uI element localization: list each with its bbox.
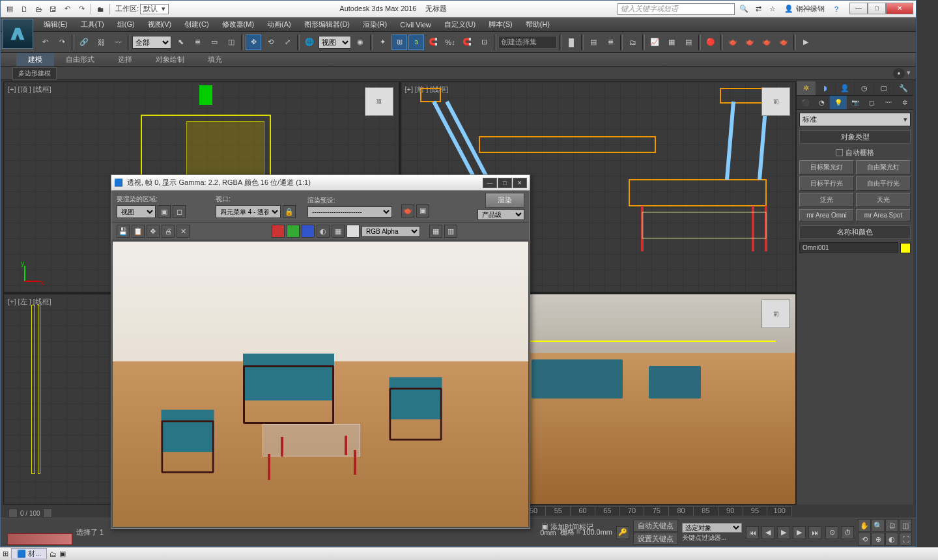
render-production[interactable]: 🫖	[759, 35, 775, 50]
render-last[interactable]: ▶	[798, 35, 814, 50]
project-icon[interactable]: 🖿	[94, 3, 107, 15]
render-titlebar[interactable]: 🟦 透视, 帧 0, 显示 Gamma: 2.2, RGBA 颜色 16 位/通…	[111, 175, 530, 191]
menu-item[interactable]: 图形编辑器(D)	[298, 20, 356, 29]
blue-channel-icon[interactable]	[302, 225, 315, 238]
save-icon[interactable]: 🖫	[46, 3, 59, 15]
scale-button[interactable]: ⤢	[279, 35, 295, 50]
taskbar-explorer-icon[interactable]: 🗂	[50, 550, 57, 558]
menu-item[interactable]: 工具(T)	[74, 20, 111, 29]
utilities-tab[interactable]: 🔧	[894, 81, 913, 95]
layer-explorer[interactable]: 🗂	[625, 35, 640, 50]
lock-viewport-icon[interactable]: 🔒	[283, 205, 296, 218]
snap-toggle[interactable]: ⊞	[391, 35, 407, 50]
orbit-icon[interactable]: ⟲	[858, 533, 871, 546]
autokey-button[interactable]: 自动关键点	[633, 520, 678, 532]
ribbon-chevron-icon[interactable]: ▾	[907, 68, 911, 79]
object-name-input[interactable]	[799, 242, 898, 253]
name-color-rollout[interactable]: 名称和颜色	[799, 225, 911, 239]
add-time-tag[interactable]: ▣ 添加时间标记	[541, 522, 593, 532]
light-type-button[interactable]: 目标平行光	[799, 176, 854, 191]
next-key-icon[interactable]: ▶	[793, 526, 806, 539]
prev-key-icon[interactable]: ◀	[761, 526, 775, 539]
dolly-icon[interactable]: ⊕	[872, 533, 885, 546]
zoom-icon[interactable]: 🔍	[872, 519, 885, 532]
play-icon[interactable]: ▶	[777, 526, 790, 539]
rotate-button[interactable]: ⟲	[263, 35, 278, 50]
redo-icon[interactable]: ↷	[75, 3, 88, 15]
ribbon-tab[interactable]: 选择	[106, 53, 144, 66]
roll-icon[interactable]: ◐	[885, 533, 898, 546]
app-logo[interactable]	[2, 19, 33, 49]
env-icon[interactable]: ▣	[416, 204, 429, 217]
render-region-combo[interactable]: 视图	[117, 205, 156, 218]
goto-start-icon[interactable]: ⏮	[746, 526, 759, 539]
maximize-button[interactable]: □	[868, 3, 886, 14]
unlink-button[interactable]: ⛓	[93, 35, 109, 50]
alpha-channel-icon[interactable]: ◐	[317, 225, 330, 238]
motion-tab[interactable]: ◷	[855, 81, 874, 95]
next-frame-icon[interactable]	[43, 509, 52, 518]
ribbon-tab[interactable]: 自由形式	[54, 53, 106, 66]
manipulate-button[interactable]: ✦	[375, 35, 390, 50]
ribbon-tab[interactable]: 建模	[16, 53, 54, 66]
key-icon[interactable]: 🔑	[616, 526, 629, 539]
spinner-snap[interactable]: %↕	[442, 35, 458, 50]
channel-combo[interactable]: RGB Alpha	[362, 226, 420, 237]
open-icon[interactable]: 🗁	[32, 3, 45, 15]
light-type-button[interactable]: 目标聚光灯	[799, 160, 854, 175]
green-channel-icon[interactable]	[287, 225, 300, 238]
modify-tab[interactable]: ◗	[816, 81, 836, 95]
render-close-button[interactable]: ✕	[513, 178, 527, 188]
link-button[interactable]: 🔗	[76, 35, 92, 50]
menu-item[interactable]: 自定义(U)	[438, 20, 482, 29]
window-crossing-button[interactable]: ◫	[223, 35, 239, 50]
helpers-cat[interactable]: ◻	[863, 96, 880, 109]
light-type-button[interactable]: mr Area Spot	[856, 209, 911, 221]
material-editor[interactable]: 🔴	[703, 35, 718, 50]
object-color-swatch[interactable]	[900, 243, 911, 253]
render-viewport-combo[interactable]: 四元菜单 4 - 透视	[216, 205, 281, 218]
render-max-button[interactable]: □	[498, 178, 512, 188]
menu-item[interactable]: 渲染(R)	[356, 20, 393, 29]
ribbon-toggle-icon[interactable]: ●	[893, 68, 905, 79]
key-filter-button[interactable]: 关键点过滤器...	[682, 533, 726, 542]
zoom-extents-icon[interactable]: ⊡	[885, 519, 898, 532]
hierarchy-tab[interactable]: 👤	[836, 81, 855, 95]
angle-snap[interactable]: 3	[408, 35, 424, 50]
menu-item[interactable]: 动画(A)	[261, 20, 298, 29]
systems-cat[interactable]: ✲	[896, 96, 913, 109]
menu-item[interactable]: 创建(C)	[178, 20, 215, 29]
save-image-icon[interactable]: 💾	[117, 225, 130, 238]
layers-button[interactable]: ≣	[603, 35, 618, 50]
goto-end-icon[interactable]: ⏭	[808, 526, 821, 539]
print-image-icon[interactable]: 🖨	[162, 225, 175, 238]
ref-coord-combo[interactable]: 视图	[319, 36, 351, 49]
swatch-icon[interactable]	[347, 225, 360, 238]
taskbar-app-icon[interactable]: ▣	[59, 550, 66, 558]
dope-sheet[interactable]: ▦	[664, 35, 679, 50]
curve-editor[interactable]: 📈	[647, 35, 662, 50]
pivot-button[interactable]: ◉	[352, 35, 368, 50]
search-input[interactable]: 键入关键字或短语	[618, 3, 735, 15]
menu-item[interactable]: 编辑(E)	[37, 20, 74, 29]
mirror-button[interactable]: ▐▌	[563, 35, 579, 50]
render-iterative[interactable]: 🫖	[776, 35, 791, 50]
exchange-icon[interactable]: ⇄	[752, 3, 765, 15]
rect-select-button[interactable]: ▭	[206, 35, 222, 50]
spacewarps-cat[interactable]: 〰	[880, 96, 897, 109]
key-target-combo[interactable]: 选定对象	[682, 523, 742, 533]
region-edit-icon[interactable]: ▣	[158, 205, 171, 218]
minimize-button[interactable]: —	[849, 3, 868, 14]
mono-channel-icon[interactable]: ▦	[332, 225, 345, 238]
menu-item[interactable]: 脚本(S)	[482, 20, 519, 29]
prev-frame-icon[interactable]	[8, 509, 18, 518]
move-button[interactable]: ✥	[246, 35, 261, 50]
user-menu[interactable]: 👤 钢神缘钢	[784, 4, 825, 14]
setkey-button[interactable]: 设置关键点	[633, 533, 678, 545]
light-type-button[interactable]: 天光	[856, 193, 911, 207]
render-type-combo[interactable]: 产品级	[477, 209, 524, 220]
menu-item[interactable]: 帮助(H)	[519, 20, 556, 29]
ribbon-tab[interactable]: 填充	[196, 53, 234, 66]
viewcube-top[interactable]: 顶	[365, 87, 393, 116]
percent-snap[interactable]: 🧲	[425, 35, 441, 50]
